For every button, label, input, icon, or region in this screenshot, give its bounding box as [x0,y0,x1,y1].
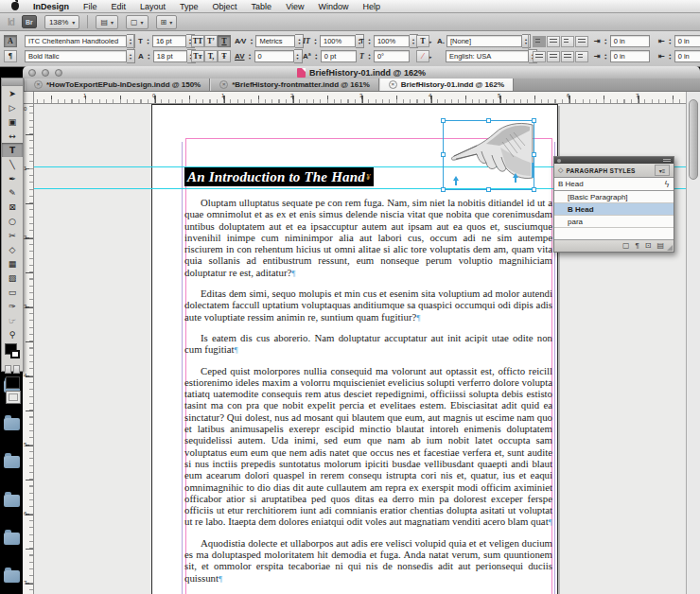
note-tool[interactable]: ▭ [2,285,23,299]
tracking-combo-icon[interactable] [294,49,303,63]
close-tab-icon[interactable] [219,80,228,89]
scrollbar-thumb[interactable] [689,99,698,180]
align-right-button[interactable] [561,36,574,47]
document-tab[interactable]: BriefHistory-01.indd @ 162% [379,79,514,91]
menu-item[interactable]: File [83,2,97,11]
char-style-combo-icon[interactable] [522,34,531,48]
style-list-item[interactable]: [Basic Paragraph] [554,191,674,203]
tracking-field[interactable]: 0 [254,50,294,62]
superscript-button[interactable]: T’ [204,35,218,47]
paragraph-formatting-button[interactable]: ¶ [4,50,17,62]
font-family-field[interactable]: ITC Cheltenham Handtooled [25,35,127,47]
body-paragraph[interactable]: Aquodistia dolecte et ullaborpos aut adi… [184,537,552,585]
first-line-indent-stepper[interactable] [603,50,609,62]
tools-panel-header[interactable] [2,79,23,86]
tracking-stepper[interactable] [247,50,254,62]
eyedropper-tool[interactable]: ✑ [2,299,23,313]
skew-stepper[interactable] [366,50,373,62]
v-scale-stepper[interactable] [366,35,373,47]
right-indent-field[interactable]: 0 in [674,35,700,47]
body-paragraph[interactable]: Ceped quist molorpores nullia consequid … [184,365,552,529]
font-style-field[interactable]: Bold Italic [25,50,127,62]
selection-handle[interactable] [532,152,536,157]
justify-right-button[interactable] [547,51,560,62]
left-indent-stepper[interactable] [603,35,609,47]
selection-handle[interactable] [486,187,491,192]
left-indent-field[interactable]: 0 in [610,35,650,47]
formatting-affects-text-button[interactable] [13,365,20,374]
ruler-origin-box[interactable] [23,92,34,104]
selection-handle[interactable] [486,118,491,123]
gradient-swatch-tool[interactable]: ▦ [2,256,23,271]
last-line-indent-stepper[interactable] [667,50,674,62]
stroke-color-swatch[interactable] [10,350,20,358]
kerning-field[interactable]: Metrics [255,35,295,47]
free-transform-tool[interactable]: ◇ [2,242,23,256]
body-paragraph[interactable]: Editas dem simi, sequo molupis et min cu… [184,288,552,323]
selection-tool[interactable]: ➤ [2,86,23,100]
selection-handle[interactable] [532,118,536,123]
language-field[interactable]: English: USA [446,50,529,62]
menu-item[interactable]: Edit [112,2,127,11]
panel-drag-bar[interactable] [554,157,674,164]
character-style-field[interactable]: [None] [446,35,522,47]
vertical-ruler[interactable]: 01234567 [23,104,34,594]
pencil-tool[interactable]: ✎ [2,185,23,200]
baseline-stepper[interactable] [313,50,320,62]
selection-handle[interactable] [441,152,446,157]
rectangle-frame-tool[interactable]: ⊠ [2,200,23,214]
align-left-button[interactable] [533,36,546,47]
apple-menu-icon[interactable] [11,2,19,10]
justify-left-button[interactable] [575,36,588,47]
hand-tool[interactable]: ☞ [2,313,23,327]
delete-style-icon[interactable]: ▤ [656,242,664,250]
character-style-button[interactable]: T [416,35,429,47]
desktop-folder-icon[interactable] [4,533,20,545]
direct-selection-tool[interactable]: ▷ [2,100,23,114]
justify-all-button[interactable] [561,51,574,62]
justify-center-button[interactable] [533,51,546,62]
arrange-documents-button[interactable]: ⊞ [156,15,178,29]
clear-overrides-icon[interactable]: ¶ [635,242,639,250]
style-list-item[interactable]: B Head [554,203,674,216]
desktop-folder-icon[interactable] [4,495,20,507]
kerning-stepper[interactable] [248,35,254,47]
panel-close-icon[interactable] [557,159,561,163]
leading-field[interactable]: 18 pt [153,50,187,62]
style-list-item[interactable]: para [554,216,674,228]
skew-field[interactable]: 0° [374,50,410,62]
screen-mode-normal-button[interactable] [6,391,21,404]
menu-item[interactable]: Help [363,2,381,11]
screen-mode-button[interactable]: ▢ [126,15,149,29]
v-scale-field[interactable]: 100% [374,35,410,47]
desktop-folder-icon[interactable] [4,418,20,430]
zoom-level-dropdown[interactable]: 138% [44,15,79,29]
view-options-button[interactable]: ▤ [96,15,118,29]
type-tool[interactable]: T [2,143,23,157]
close-tab-icon[interactable] [34,80,43,89]
h-scale-stepper[interactable] [312,35,319,47]
page-tool[interactable]: ▣ [2,114,23,129]
desktop-folder-icon[interactable] [4,570,20,583]
no-character-style-button[interactable]: ⁄ [416,50,429,62]
close-tab-icon[interactable] [389,80,397,89]
subscript-button[interactable]: T, [204,50,218,62]
create-style-group-icon[interactable]: ▢ [622,242,630,250]
selection-handle[interactable] [532,187,536,192]
menu-item[interactable]: Layout [140,2,166,11]
panel-tab-row[interactable]: ◇ PARAGRAPH STYLES ▾≡ [554,164,674,178]
right-indent-stepper[interactable] [667,35,674,47]
apply-color-button[interactable] [6,376,20,389]
menu-item[interactable]: Window [318,2,348,11]
align-towards-spine-button[interactable] [575,51,588,62]
body-paragraph[interactable]: Is eatem dis cus aborerio. Nam doluptatu… [184,332,552,357]
body-paragraph[interactable]: Oluptam ulluptatus sequate pe con rem fu… [184,197,552,279]
menu-item[interactable]: InDesign [33,2,69,11]
font-size-field[interactable]: 16 pt [152,35,186,47]
panel-collapse-icon[interactable] [663,159,671,163]
desktop-folder-icon[interactable] [4,456,20,468]
selected-heading-text[interactable]: An Introduction to The Hand¥ [184,167,374,186]
vertical-scrollbar[interactable] [686,92,700,594]
font-style-combo-icon[interactable] [127,49,135,63]
body-text-frame[interactable]: Oluptam ulluptatus sequate pe con rem fu… [184,197,552,593]
